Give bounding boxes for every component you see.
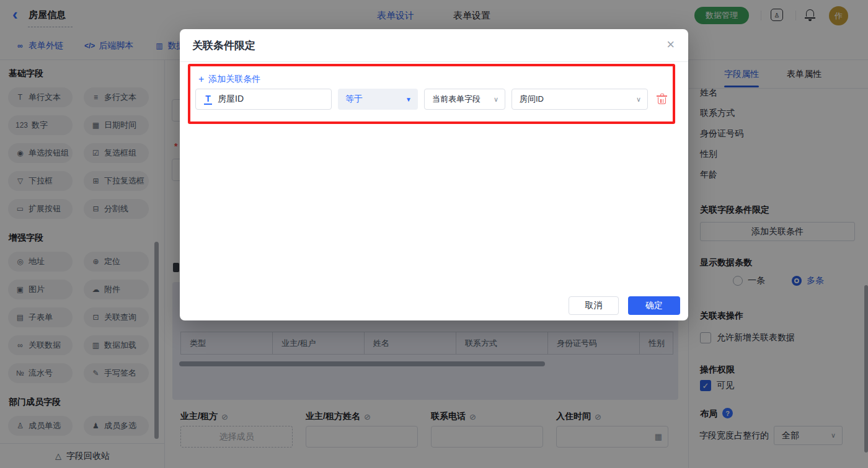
trash-body [658, 97, 666, 104]
target-field-value: 房间ID [520, 94, 544, 105]
caret-down-icon: ▼ [405, 96, 412, 103]
chevron-down-icon: ∨ [494, 95, 498, 104]
condition-field-value: 房屋ID [218, 94, 244, 105]
operator-value: 等于 [345, 94, 363, 105]
trash-tick [660, 99, 662, 103]
condition-dialog: 关联条件限定 × + 添加关联条件 T 房屋ID 等于 ▼ 当前表单字段 ∨ 房… [180, 29, 688, 320]
dialog-title: 关联条件限定 [192, 38, 255, 53]
delete-trash-icon[interactable] [657, 94, 667, 105]
add-condition-link[interactable]: + 添加关联条件 [198, 74, 260, 85]
confirm-button[interactable]: 确定 [628, 296, 680, 315]
close-icon[interactable]: × [666, 37, 675, 52]
trash-tick [663, 99, 664, 103]
condition-field-input[interactable]: T 房屋ID [195, 89, 332, 110]
target-field-select[interactable]: 房间ID ∨ [512, 89, 648, 110]
dialog-header-divider [180, 61, 688, 62]
form-designer-app: ‹ 房屋信息 表单设计 表单设置 数据管理 ♙ 作 ∞ 表单外链 [0, 0, 868, 468]
text-field-icon: T [204, 94, 212, 105]
source-type-select[interactable]: 当前表单字段 ∨ [424, 89, 505, 110]
chevron-down-icon: ∨ [636, 95, 641, 104]
add-condition-label: 添加关联条件 [208, 74, 260, 85]
condition-row: T 房屋ID 等于 ▼ 当前表单字段 ∨ 房间ID ∨ [195, 89, 673, 110]
source-type-value: 当前表单字段 [432, 94, 480, 105]
dialog-header: 关联条件限定 × [180, 29, 688, 61]
plus-icon: + [198, 74, 204, 84]
cancel-button[interactable]: 取消 [569, 296, 619, 315]
operator-select[interactable]: 等于 ▼ [338, 89, 418, 110]
trash-lid [657, 95, 667, 97]
